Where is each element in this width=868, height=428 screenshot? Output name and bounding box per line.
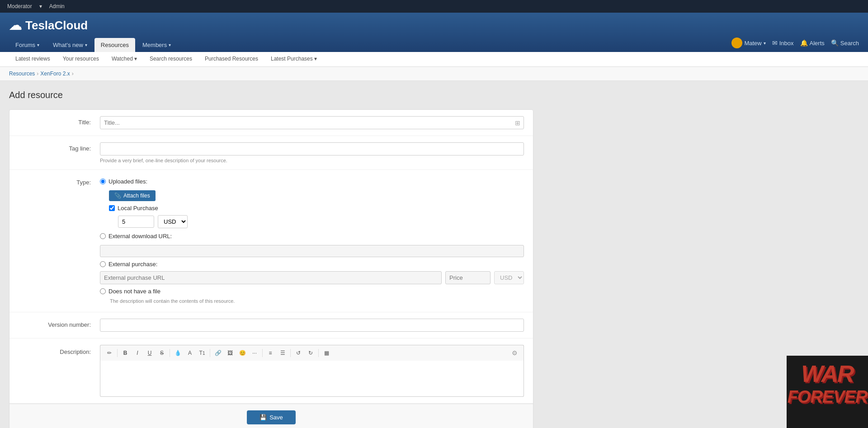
add-resource-form: Title: ⊞ Tag line: Provide a very brief,… <box>9 109 533 428</box>
toolbar-italic-button[interactable]: I <box>132 348 143 358</box>
toolbar-undo-button[interactable]: ↺ <box>293 348 304 358</box>
sub-nav: Latest reviews Your resources Watched ▾ … <box>0 52 868 67</box>
external-purchase-price-input[interactable] <box>445 271 491 284</box>
uploaded-files-radio[interactable] <box>100 179 106 184</box>
title-input[interactable] <box>100 116 524 129</box>
toolbar-emoji-button[interactable]: 😊 <box>237 348 248 358</box>
save-icon: 💾 <box>259 414 267 421</box>
toolbar-redo-button[interactable]: ↻ <box>305 348 316 358</box>
toolbar-underline-button[interactable]: U <box>144 348 155 358</box>
breadcrumb-separator: › <box>37 71 38 77</box>
title-input-wrap: ⊞ <box>100 116 524 129</box>
version-row: Version number: <box>9 312 533 339</box>
main-content: Add resource Title: ⊞ Tag line: Provide … <box>0 81 542 428</box>
toolbar-list-ordered-button[interactable]: ≡ <box>265 348 276 358</box>
tagline-hint: Provide a very brief, one-line descripti… <box>100 158 524 163</box>
nav-members[interactable]: Members ▾ <box>136 38 177 52</box>
toolbar-strikethrough-button[interactable]: S <box>156 348 167 358</box>
description-row: Description: ✏ B I U S 💧 A T1 🔗 🖼 😊 <box>9 339 533 404</box>
subnav-latest-reviews[interactable]: Latest reviews <box>9 52 57 66</box>
chevron-down-icon: ▾ <box>169 42 171 47</box>
no-file-radio[interactable] <box>100 288 106 294</box>
toolbar-list-unordered-button[interactable]: ☰ <box>277 348 288 358</box>
version-label: Version number: <box>19 319 100 328</box>
external-download-option: External download URL: <box>100 233 524 240</box>
external-download-label[interactable]: External download URL: <box>108 233 172 240</box>
main-nav: Forums ▾ What's new ▾ Resources Members … <box>9 38 859 52</box>
toolbar-font-color-button[interactable]: A <box>184 348 195 358</box>
external-download-url-input[interactable] <box>100 245 524 257</box>
moderator-label[interactable]: Moderator <box>7 3 32 9</box>
subnav-your-resources[interactable]: Your resources <box>57 52 105 66</box>
no-file-label[interactable]: Does not have a file <box>108 288 160 295</box>
toolbar-separator-4 <box>262 349 263 357</box>
nav-right: Matew ▾ ✉ Inbox 🔔 Alerts 🔍 Search <box>731 38 859 52</box>
uploaded-files-option: Uploaded files: <box>100 178 524 185</box>
user-menu[interactable]: Matew ▾ <box>731 38 765 48</box>
toolbar-font-size-button[interactable]: T1 <box>197 348 208 358</box>
alerts-button[interactable]: 🔔 Alerts <box>800 39 825 47</box>
ad-forever-text: FOREVER <box>787 387 868 407</box>
logo-text: TeslaCloud <box>25 19 88 33</box>
toolbar-bold-button[interactable]: B <box>120 348 131 358</box>
ad-war-text: WAR <box>787 360 868 387</box>
toolbar-separator-5 <box>290 349 291 357</box>
ad-banner: WAR FOREVER <box>787 356 868 428</box>
toolbar-link-button[interactable]: 🔗 <box>212 348 223 358</box>
uploaded-files-label[interactable]: Uploaded files: <box>108 178 147 185</box>
site-logo[interactable]: ☁ TeslaCloud <box>9 18 859 33</box>
nav-left: Forums ▾ What's new ▾ Resources Members … <box>9 38 177 52</box>
inbox-button[interactable]: ✉ Inbox <box>772 39 794 47</box>
subnav-search-resources[interactable]: Search resources <box>143 52 198 66</box>
search-button[interactable]: 🔍 Search <box>831 39 859 47</box>
nav-resources[interactable]: Resources <box>94 38 135 52</box>
external-purchase-currency-select[interactable]: USD <box>494 271 524 284</box>
breadcrumb-resources[interactable]: Resources <box>9 71 35 77</box>
toolbar-more-button[interactable]: ··· <box>249 348 260 358</box>
chevron-down-icon: ▾ <box>39 3 42 9</box>
save-button[interactable]: 💾 Save <box>247 410 296 424</box>
external-download-radio[interactable] <box>100 233 106 239</box>
subnav-latest-purchases[interactable]: Latest Purchases ▾ <box>264 52 323 66</box>
toolbar-gear-button[interactable]: ⚙ <box>509 348 520 358</box>
external-purchase-option: External purchase: <box>100 261 524 268</box>
bell-icon: 🔔 <box>800 39 808 47</box>
price-input[interactable] <box>118 216 154 228</box>
description-label: Description: <box>19 345 100 355</box>
external-purchase-fields: USD <box>100 271 524 284</box>
admin-label[interactable]: Admin <box>49 3 65 9</box>
toolbar-image-button[interactable]: 🖼 <box>225 348 236 358</box>
subnav-watched[interactable]: Watched ▾ <box>105 52 143 66</box>
paperclip-icon: 📎 <box>114 193 121 199</box>
price-row: USD <box>118 215 524 228</box>
external-purchase-url-input[interactable] <box>100 271 442 284</box>
version-field <box>100 319 524 332</box>
breadcrumb-xenforo[interactable]: XenForo 2.x <box>40 71 70 77</box>
version-input[interactable] <box>100 319 524 332</box>
breadcrumb: Resources › XenForo 2.x › <box>0 67 868 81</box>
attach-files-row: 📎 Attach files <box>100 188 524 205</box>
toolbar-table-button[interactable]: ▦ <box>321 348 332 358</box>
subnav-purchased-resources[interactable]: Purchased Resources <box>198 52 264 66</box>
chevron-down-icon: ▾ <box>314 56 317 62</box>
toolbar-separator-2 <box>170 349 170 357</box>
local-purchase-checkbox[interactable] <box>109 205 115 211</box>
tagline-input[interactable] <box>100 142 524 155</box>
external-purchase-radio[interactable] <box>100 261 106 267</box>
local-purchase-label[interactable]: Local Purchase <box>118 205 158 212</box>
toolbar-pen-button[interactable]: ✏ <box>104 348 115 358</box>
description-editor-area[interactable] <box>100 361 524 397</box>
title-label: Title: <box>19 116 100 126</box>
nav-whats-new[interactable]: What's new ▾ <box>47 38 94 52</box>
currency-select[interactable]: USD <box>158 215 188 228</box>
external-download-url-wrap <box>100 243 524 257</box>
attach-files-button[interactable]: 📎 Attach files <box>109 190 156 201</box>
toolbar-separator <box>117 349 118 357</box>
external-purchase-label[interactable]: External purchase: <box>108 261 157 268</box>
chevron-down-icon: ▾ <box>37 42 39 47</box>
chevron-down-icon: ▾ <box>134 56 137 62</box>
username: Matew <box>744 40 761 47</box>
search-icon: 🔍 <box>831 39 839 47</box>
toolbar-color-button[interactable]: 💧 <box>172 348 183 358</box>
nav-forums[interactable]: Forums ▾ <box>9 38 46 52</box>
